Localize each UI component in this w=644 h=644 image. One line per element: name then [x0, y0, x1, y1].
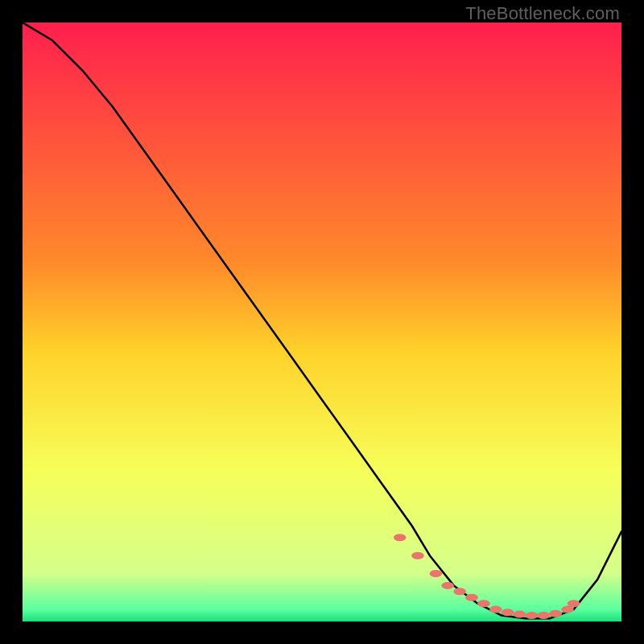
highlight-dot	[514, 611, 526, 618]
highlight-dot	[549, 610, 562, 617]
highlight-dot	[477, 600, 490, 607]
highlight-dot	[430, 570, 443, 577]
bottleneck-chart	[23, 23, 621, 621]
highlight-dot	[465, 594, 478, 601]
chart-background-gradient	[23, 23, 621, 621]
highlight-dot	[538, 612, 551, 619]
attribution-label: TheBottleneck.com	[465, 3, 620, 24]
highlight-dot	[526, 612, 539, 619]
highlight-dot	[502, 609, 514, 616]
highlight-dot	[453, 588, 466, 595]
highlight-dot	[489, 606, 502, 613]
highlight-dot	[411, 552, 424, 559]
highlight-dot	[394, 534, 407, 541]
highlight-dot	[568, 600, 580, 607]
chart-frame	[23, 23, 621, 621]
highlight-dot	[441, 582, 454, 589]
